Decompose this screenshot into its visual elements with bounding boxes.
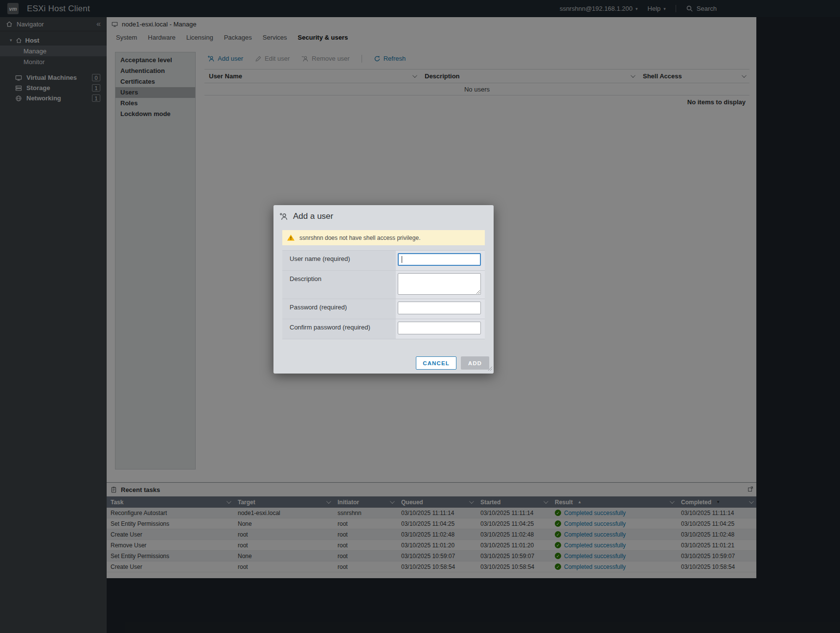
username-field[interactable] bbox=[398, 253, 481, 266]
password-label: Password (required) bbox=[282, 299, 396, 319]
confirm-password-field[interactable] bbox=[398, 322, 481, 334]
add-user-icon bbox=[279, 212, 288, 221]
description-label: Description bbox=[282, 271, 396, 299]
add-user-form: User name (required) Description Passwor… bbox=[282, 250, 485, 339]
username-label: User name (required) bbox=[282, 251, 396, 270]
warning-icon bbox=[287, 234, 295, 241]
text-cursor bbox=[402, 256, 402, 263]
cancel-button[interactable]: CANCEL bbox=[416, 356, 456, 370]
resize-grip-icon[interactable] bbox=[488, 365, 493, 373]
add-button[interactable]: ADD bbox=[461, 356, 489, 370]
confirm-password-label: Confirm password (required) bbox=[282, 319, 396, 339]
add-user-dialog: Add a user ssnrshnn does not have shell … bbox=[273, 205, 494, 374]
password-field[interactable] bbox=[398, 302, 481, 314]
warning-text: ssnrshnn does not have shell access priv… bbox=[299, 234, 420, 241]
app-screen: vm ESXi Host Client ssnrshnn@192.168.1.2… bbox=[0, 0, 840, 633]
warning-banner: ssnrshnn does not have shell access priv… bbox=[282, 230, 485, 245]
dialog-title: Add a user bbox=[293, 211, 333, 221]
description-field[interactable] bbox=[398, 273, 481, 295]
